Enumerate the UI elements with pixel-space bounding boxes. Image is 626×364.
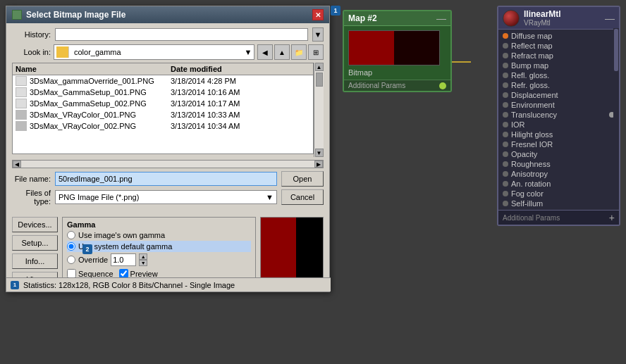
filetype-combo[interactable]: PNG Image File (*.png) ▼ (55, 190, 277, 204)
dot-bump-input[interactable] (503, 63, 508, 68)
file-list-scroll[interactable]: 3DsMax_gammaOverride_001.PNG 3/18/2014 4… (13, 75, 313, 153)
map-node-collapse[interactable]: — (436, 13, 446, 24)
lookin-label: Look in: (12, 48, 51, 56)
dot-roughness-input[interactable] (503, 161, 508, 167)
vray-scroll-thumb[interactable] (614, 29, 618, 71)
vray-param-fresnel[interactable]: Fresnel IOR (498, 139, 619, 149)
open-button[interactable]: Open (281, 171, 324, 187)
filetype-dropdown-arrow[interactable]: ▼ (266, 193, 274, 201)
dot-selfillum-input[interactable] (503, 201, 508, 206)
dot-fog-input[interactable] (503, 191, 508, 196)
lookin-combo[interactable]: color_gamma ▼ (54, 44, 254, 60)
info-button[interactable]: Info... (12, 253, 58, 269)
list-item[interactable]: 3DsMax_GammaSetup_002.PNG 3/13/2014 10:1… (13, 98, 313, 109)
dot-displacement-input[interactable] (503, 92, 508, 98)
history-dropdown[interactable]: ▼ (312, 27, 324, 42)
dot-fresnel-input[interactable] (503, 142, 508, 147)
dot-translucency-input[interactable] (503, 112, 508, 118)
dot-hilight-input[interactable] (503, 132, 508, 137)
param-label-displacement: Displacement (511, 91, 615, 99)
list-item[interactable]: 3DsMax_GammaSetup_001.PNG 3/13/2014 10:1… (13, 87, 313, 98)
scroll-left-btn[interactable]: ◀ (13, 161, 21, 168)
file-date: 3/13/2014 10:33 AM (171, 111, 310, 119)
preview-label: Preview (130, 270, 158, 278)
dot-refr-gloss-input[interactable] (503, 82, 508, 88)
up-button[interactable]: ▲ (274, 44, 290, 60)
vray-param-selfillum[interactable]: Self-illum (498, 199, 619, 208)
map-node-output-dot[interactable] (439, 82, 446, 89)
vray-title1: IlinearMtl (524, 9, 605, 19)
horizontal-scrollbar[interactable]: ◀ ▶ (12, 160, 324, 168)
file-list-scrollbar[interactable]: ▲ ▼ (314, 63, 324, 157)
vray-footer-label: Additional Params (503, 214, 560, 222)
dot-environment-input[interactable] (503, 102, 508, 108)
file-date: 3/13/2014 10:17 AM (171, 99, 310, 108)
dot-refl-gloss-input[interactable] (503, 73, 508, 78)
scroll-down-btn[interactable]: ▼ (315, 149, 324, 157)
dot-anisotropy-input[interactable] (503, 171, 508, 177)
status-text: Statistics: 128x128, RGB Color 8 Bits/Ch… (23, 281, 235, 289)
gamma-option2-radio[interactable] (67, 242, 75, 251)
lookin-dropdown-arrow[interactable]: ▼ (243, 45, 254, 59)
vray-param-opacity[interactable]: Opacity (498, 149, 619, 159)
vray-param-environment[interactable]: Environment (498, 100, 619, 110)
vray-collapse[interactable]: — (605, 13, 615, 24)
back-button[interactable]: ◀ (257, 44, 273, 60)
vray-sphere (503, 10, 520, 27)
vray-param-ior[interactable]: IOR (498, 120, 619, 130)
override-down-arrow[interactable]: ▼ (139, 260, 147, 266)
override-up-arrow[interactable]: ▲ (139, 253, 147, 260)
view-button[interactable]: ⊞ (308, 44, 324, 60)
vray-expand-button[interactable]: + (609, 212, 615, 223)
vray-param-displacement[interactable]: Displacement (498, 90, 619, 100)
dot-refract-input[interactable] (503, 53, 508, 58)
vray-param-diffuse[interactable]: Diffuse map (498, 31, 619, 41)
setup-button[interactable]: Setup... (12, 235, 58, 251)
map-node-footer: Additional Params (344, 80, 450, 91)
sequence-label: Sequence (78, 270, 113, 278)
vray-param-an-rotation[interactable]: An. rotation (498, 179, 619, 189)
dot-opacity-input[interactable] (503, 151, 508, 157)
history-input[interactable] (55, 28, 308, 41)
vray-param-fog[interactable]: Fog color (498, 189, 619, 199)
dot-diffuse-input[interactable] (503, 33, 508, 39)
file-name: 3DsMax_GammaSetup_002.PNG (30, 99, 171, 108)
file-icon (16, 110, 27, 120)
vray-param-refl-gloss[interactable]: Refl. gloss. (498, 70, 619, 80)
vray-param-hilight[interactable]: Hilight gloss (498, 130, 619, 139)
devices-button[interactable]: Devices... (12, 217, 58, 232)
param-label-an-rotation: An. rotation (511, 180, 615, 188)
param-label-reflect: Reflect map (511, 42, 615, 50)
param-label-ior: IOR (511, 120, 615, 129)
vray-param-refract[interactable]: Refract map (498, 51, 619, 61)
gamma-option1-radio[interactable] (67, 231, 75, 239)
dot-ior-input[interactable] (503, 122, 508, 127)
dot-an-rotation-input[interactable] (503, 181, 508, 187)
filename-input[interactable] (55, 172, 277, 186)
dot-reflect-input[interactable] (503, 43, 508, 49)
vray-param-translucency[interactable]: Translucency (498, 110, 619, 120)
scroll-right-btn[interactable]: ▶ (314, 161, 323, 168)
vray-param-refr-gloss[interactable]: Refr. gloss. (498, 80, 619, 90)
gamma-override-radio[interactable] (67, 256, 75, 264)
vray-param-roughness[interactable]: Roughness (498, 159, 619, 169)
vray-param-bump[interactable]: Bump map (498, 61, 619, 70)
list-item[interactable]: 3DsMax_VRayColor_002.PNG 3/13/2014 10:34… (13, 120, 313, 132)
scroll-thumb[interactable] (316, 73, 323, 87)
close-button[interactable]: ✕ (312, 9, 324, 20)
vray-param-anisotropy[interactable]: Anisotropy (498, 169, 619, 179)
gamma-override-row: Override ▲ ▼ (67, 253, 251, 266)
filename-row: File name: Open (12, 171, 324, 187)
filetype-value: PNG Image File (*.png) (59, 193, 139, 201)
map-node-header: Map #2 — (344, 11, 450, 26)
gamma-title: Gamma (67, 220, 251, 229)
new-folder-button[interactable]: 📁 (291, 44, 307, 60)
cancel-button[interactable]: Cancel (281, 189, 324, 205)
scroll-up-btn[interactable]: ▲ (315, 63, 324, 71)
vray-param-reflect[interactable]: Reflect map (498, 41, 619, 51)
param-label-anisotropy: Anisotropy (511, 170, 615, 178)
vray-scrollbar[interactable] (613, 28, 619, 203)
list-item[interactable]: 3DsMax_VRayColor_001.PNG 3/13/2014 10:33… (13, 109, 313, 120)
override-value-input[interactable] (111, 253, 136, 266)
list-item[interactable]: 3DsMax_gammaOverride_001.PNG 3/18/2014 4… (13, 75, 313, 87)
